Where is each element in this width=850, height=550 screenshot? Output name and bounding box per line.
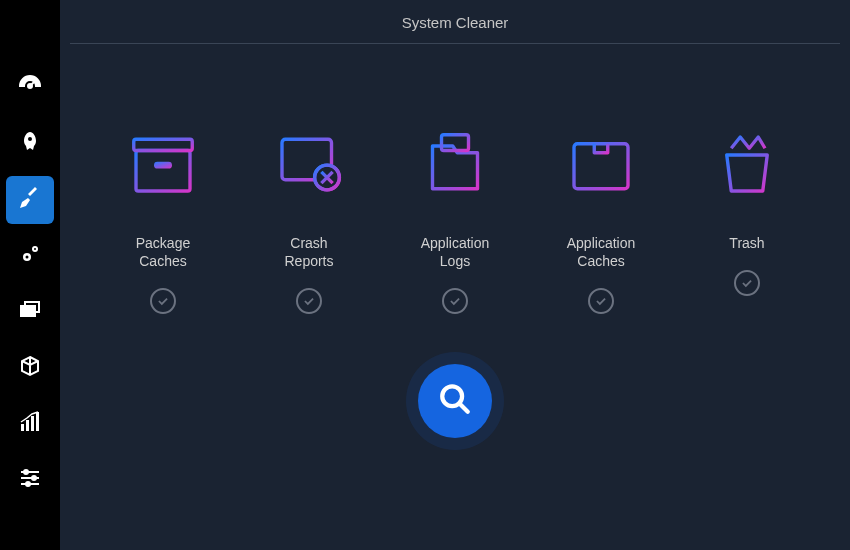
trash-icon[interactable] <box>707 124 787 204</box>
svg-rect-20 <box>134 139 193 150</box>
sidebar-item-resources[interactable] <box>6 400 54 448</box>
sidebar-item-uninstaller[interactable] <box>6 344 54 392</box>
crash-reports-icon[interactable] <box>269 124 349 204</box>
svg-rect-10 <box>26 420 29 431</box>
category-label: CrashReports <box>284 234 333 270</box>
category-checkbox[interactable] <box>150 288 176 314</box>
category-checkbox[interactable] <box>734 270 760 296</box>
category-application-caches: ApplicationCaches <box>531 124 671 314</box>
chart-icon <box>18 410 42 438</box>
sidebar-item-processes[interactable] <box>6 288 54 336</box>
svg-point-16 <box>32 476 36 480</box>
package-icon <box>18 354 42 382</box>
broom-icon <box>18 186 42 214</box>
sidebar-item-settings[interactable] <box>6 456 54 504</box>
svg-rect-12 <box>36 412 39 431</box>
svg-line-1 <box>30 82 34 86</box>
application-logs-icon[interactable] <box>415 124 495 204</box>
sidebar-item-services[interactable] <box>6 232 54 280</box>
gauge-icon <box>18 74 42 102</box>
scan-button[interactable] <box>418 364 492 438</box>
category-trash: Trash <box>677 124 817 314</box>
category-checkbox[interactable] <box>588 288 614 314</box>
application-caches-icon[interactable] <box>561 124 641 204</box>
main-content: System Cleaner PackageCaches <box>60 0 850 550</box>
svg-rect-11 <box>31 416 34 431</box>
category-checkbox[interactable] <box>442 288 468 314</box>
svg-point-18 <box>26 482 30 486</box>
svg-point-14 <box>24 470 28 474</box>
search-icon <box>438 382 472 420</box>
svg-rect-9 <box>21 424 24 431</box>
sidebar-item-dashboard[interactable] <box>6 64 54 112</box>
svg-rect-19 <box>136 151 190 192</box>
category-label: PackageCaches <box>136 234 190 270</box>
category-crash-reports: CrashReports <box>239 124 379 314</box>
sliders-icon <box>18 466 42 494</box>
svg-point-6 <box>34 248 36 250</box>
sidebar-item-cleaner[interactable] <box>6 176 54 224</box>
category-application-logs: ApplicationLogs <box>385 124 525 314</box>
sidebar <box>0 0 60 550</box>
category-grid: PackageCaches CrashReports <box>70 84 840 314</box>
svg-rect-21 <box>154 162 172 169</box>
category-label: ApplicationCaches <box>567 234 636 270</box>
svg-point-2 <box>28 137 32 141</box>
svg-point-4 <box>26 256 29 259</box>
category-checkbox[interactable] <box>296 288 322 314</box>
category-label: ApplicationLogs <box>421 234 490 270</box>
sidebar-item-startup[interactable] <box>6 120 54 168</box>
scan-button-container <box>70 364 840 438</box>
page-title: System Cleaner <box>70 14 840 31</box>
svg-line-41 <box>459 404 468 413</box>
gears-icon <box>18 242 42 270</box>
category-package-caches: PackageCaches <box>93 124 233 314</box>
rocket-icon <box>18 130 42 158</box>
package-caches-icon[interactable] <box>123 124 203 204</box>
header: System Cleaner <box>70 10 840 44</box>
category-label: Trash <box>729 234 764 252</box>
window-stack-icon <box>18 298 42 326</box>
